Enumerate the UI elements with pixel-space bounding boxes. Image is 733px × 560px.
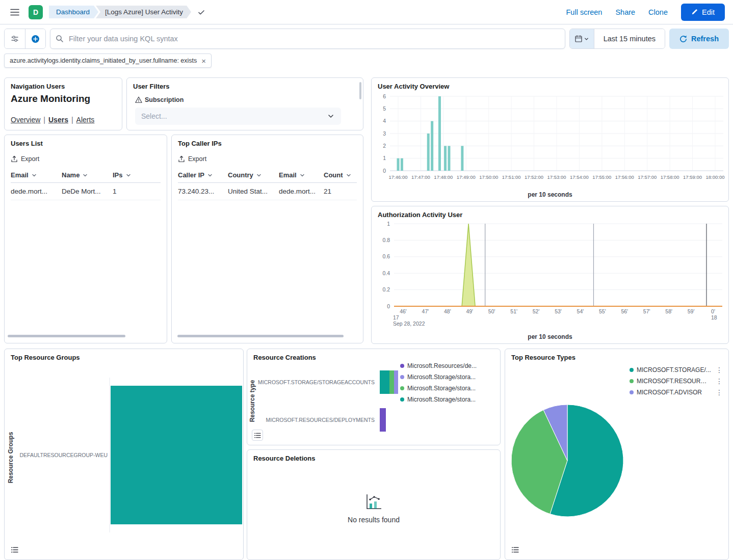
kql-search-input[interactable]	[50, 29, 565, 49]
vertical-scrollbar[interactable]	[359, 82, 361, 99]
legend-item[interactable]: Microsoft.Storage/stora...	[400, 371, 497, 383]
legend-label: Microsoft.Storage/stora...	[407, 396, 476, 403]
space-avatar[interactable]: D	[29, 5, 43, 19]
refresh-button-label: Refresh	[691, 35, 719, 43]
horizontal-scrollbar[interactable]	[8, 335, 125, 337]
panel-title: Top Caller IPs	[178, 140, 222, 147]
column-header-email[interactable]: Email	[11, 171, 62, 179]
refresh-button[interactable]: Refresh	[669, 29, 729, 49]
nav-link-alerts[interactable]: Alerts	[76, 116, 95, 124]
table-row[interactable]: dede.mort... DeDe Mort... 1	[11, 183, 161, 200]
date-picker-group: Last 15 minutes	[569, 29, 665, 49]
legend-item[interactable]: MICROSOFT.STORAGE/...⋮	[630, 364, 724, 376]
column-header-ips[interactable]: IPs	[113, 171, 158, 179]
legend-label: Microsoft.Storage/stora...	[407, 374, 476, 381]
export-button[interactable]: Export	[178, 155, 206, 163]
query-bar: Last 15 minutes Refresh	[4, 29, 729, 49]
resource-creations-panel: Resource Creations Resource typeMICROSOF…	[247, 349, 501, 445]
legend-toggle-button[interactable]	[510, 544, 521, 555]
full-screen-link[interactable]: Full screen	[566, 8, 602, 16]
legend-label: MICROSOFT.RESOURCE...	[637, 378, 711, 385]
table-row[interactable]: 73.240.23... United Stat... dede.mort...…	[178, 183, 357, 200]
legend-swatch-icon	[630, 390, 634, 394]
svg-text:Sep 28, 2022: Sep 28, 2022	[393, 321, 425, 327]
chevron-down-icon	[327, 112, 335, 120]
breadcrumb-dashboard[interactable]: Dashboard	[49, 6, 98, 18]
cell-name: DeDe Mort...	[62, 188, 113, 195]
authorization-area-chart[interactable]: 00.20.40.60.8146'47'48'49'50'51'52'53'54…	[372, 220, 728, 329]
legend-options-icon[interactable]: ⋮	[714, 377, 724, 385]
legend-options-icon[interactable]: ⋮	[714, 366, 724, 374]
svg-text:17:58:00: 17:58:00	[661, 174, 679, 180]
add-control-button[interactable]	[25, 29, 45, 48]
svg-text:4: 4	[383, 118, 386, 124]
chevron-down-icon	[256, 172, 262, 178]
legend-item[interactable]: Microsoft.Storage/stora...	[400, 394, 497, 405]
nav-link-users[interactable]: Users	[48, 116, 68, 124]
filter-controls-button[interactable]	[5, 29, 25, 48]
legend-label: Microsoft.Resources/de...	[407, 362, 477, 369]
horizontal-scrollbar[interactable]	[177, 335, 344, 337]
column-header-email[interactable]: Email	[279, 171, 324, 179]
svg-text:17:48:00: 17:48:00	[434, 174, 453, 180]
clone-link[interactable]: Clone	[648, 8, 668, 16]
warning-icon	[135, 96, 142, 103]
panel-title: User Filters	[133, 83, 170, 90]
panel-title: Top Resource Groups	[11, 354, 80, 361]
nav-link-overview[interactable]: Overview	[11, 116, 40, 124]
legend-toggle-button[interactable]	[252, 430, 263, 441]
legend-swatch-icon	[630, 368, 634, 372]
legend-swatch-icon	[400, 364, 404, 368]
svg-text:47': 47'	[422, 308, 429, 314]
menu-button[interactable]	[8, 7, 21, 18]
table-header-row: Email Name IPs	[11, 168, 161, 183]
column-header-name[interactable]: Name	[62, 171, 113, 179]
subscription-label-text: Subscription	[145, 96, 184, 103]
edit-button-label: Edit	[702, 8, 715, 16]
cell-caller-ip: 73.240.23...	[178, 188, 228, 195]
export-button-label: Export	[21, 155, 39, 163]
share-link[interactable]: Share	[615, 8, 635, 16]
subscription-select[interactable]: Select...	[135, 108, 341, 125]
svg-text:5: 5	[383, 105, 386, 112]
svg-text:17:50:00: 17:50:00	[479, 174, 498, 180]
legend-item[interactable]: MICROSOFT.ADVISOR⋮	[630, 387, 724, 398]
svg-text:51': 51'	[510, 308, 517, 314]
time-range-button[interactable]: Last 15 minutes	[594, 29, 665, 48]
legend-options-icon[interactable]: ⋮	[714, 388, 724, 396]
chevron-down-icon	[31, 172, 37, 178]
chevron-down-icon	[125, 172, 132, 178]
export-button[interactable]: Export	[11, 155, 39, 163]
column-header-count[interactable]: Count	[324, 171, 354, 179]
resource-groups-bar-chart[interactable]: Resource GroupsDEFAULTRESOURCEGROUP-WEU	[5, 362, 243, 556]
edit-button[interactable]: Edit	[681, 4, 725, 21]
filter-pill[interactable]: azure.activitylogs.identity.claims_initi…	[4, 54, 212, 68]
svg-text:0.4: 0.4	[382, 270, 390, 276]
breadcrumb-current-dashboard[interactable]: [Logs Azure] User Activity	[96, 6, 191, 18]
user-filters-panel: User Filters Subscription Select...	[126, 77, 363, 130]
svg-text:17: 17	[393, 314, 399, 321]
top-header: D Dashboard [Logs Azure] User Activity F…	[0, 0, 733, 24]
legend-item[interactable]: Microsoft.Storage/stora...	[400, 383, 497, 394]
legend-toggle-button[interactable]	[9, 544, 20, 555]
legend-item[interactable]: MICROSOFT.RESOURCE...⋮	[630, 376, 724, 387]
chevron-down-icon	[584, 36, 589, 42]
svg-text:56': 56'	[621, 308, 628, 314]
user-activity-bar-chart[interactable]: 012345617:46:0017:47:0017:48:0017:49:001…	[372, 91, 728, 189]
column-header-country[interactable]: Country	[228, 171, 279, 179]
chart-unit-label: per 10 seconds	[372, 333, 728, 340]
date-picker-button[interactable]	[570, 29, 594, 48]
legend-item[interactable]: Microsoft.Resources/de...	[400, 360, 497, 371]
remove-filter-icon[interactable]: ×	[201, 57, 206, 65]
list-icon	[11, 547, 18, 553]
svg-text:0': 0'	[711, 308, 715, 314]
svg-text:58': 58'	[665, 308, 672, 314]
authorization-activity-panel: Authorization Activity User 00.20.40.60.…	[371, 206, 729, 344]
panel-title: Navigation Users	[11, 83, 65, 90]
empty-state-message: No results found	[348, 516, 400, 524]
svg-text:54': 54'	[577, 308, 584, 314]
column-header-caller-ip[interactable]: Caller IP	[178, 171, 228, 179]
legend-label: Microsoft.Storage/stora...	[407, 385, 476, 392]
caller-ips-table: Caller IP Country Email Count 73.240.23.…	[178, 168, 357, 200]
svg-text:17:52:00: 17:52:00	[525, 174, 543, 180]
